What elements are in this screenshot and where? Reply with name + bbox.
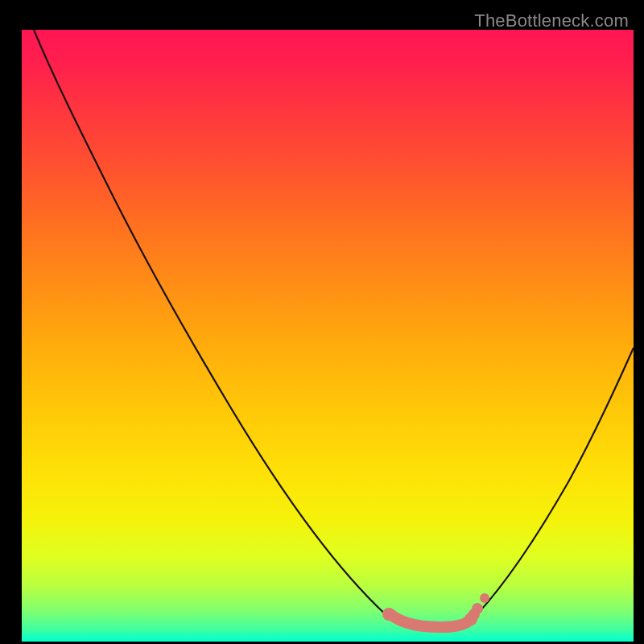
valley-right-marker-1: [464, 613, 477, 625]
valley-left-marker: [382, 608, 395, 621]
plot-frame: TheBottleneck.com: [6, 6, 638, 638]
valley-right-marker-2: [472, 603, 483, 614]
watermark-text: TheBottleneck.com: [474, 10, 629, 31]
gradient-plot-area: [22, 30, 634, 642]
curve-right-branch: [474, 348, 634, 617]
valley-right-marker-3: [480, 593, 489, 603]
curve-overlay: [22, 30, 634, 642]
curve-left-branch: [34, 30, 389, 617]
valley-highlight-band: [390, 614, 474, 627]
